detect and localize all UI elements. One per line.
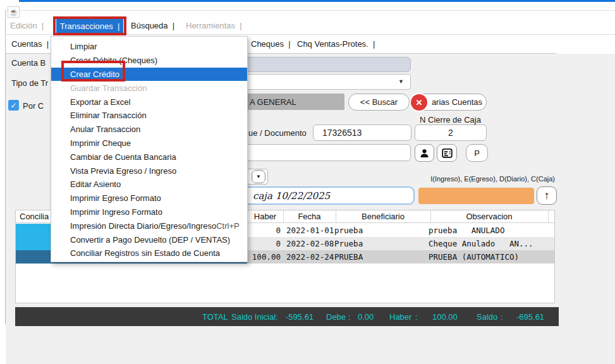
- menu-item-cambiar-cuenta[interactable]: Cambiar de Cuenta Bancaria: [51, 150, 247, 164]
- app-window: ☕ Edición | Transacciones | Búsqueda | H…: [0, 0, 615, 364]
- cheque-documento-input[interactable]: 17326513: [313, 124, 411, 141]
- chevron-down-icon-small[interactable]: ▼: [252, 170, 265, 183]
- cuenta-bancaria-label: Cuenta B: [11, 58, 46, 68]
- menu-item-imprimir-egreso[interactable]: Imprimir Egreso Formato: [51, 191, 247, 205]
- menu-item-vista-previa[interactable]: Vista Previa Egreso / Ingreso: [51, 164, 247, 178]
- shortcut-label: Ctrl+P: [216, 221, 249, 231]
- card-icon: [441, 148, 453, 159]
- tab-cheques[interactable]: Cheques |: [251, 39, 291, 49]
- chevron-down-icon[interactable]: ▼: [398, 78, 404, 85]
- up-arrow-icon: ↑: [544, 189, 550, 202]
- card-button[interactable]: [437, 144, 457, 162]
- menu-item-label: Impresión Directa Diario/Egreso/Ingreso: [70, 221, 216, 231]
- header-conciliado[interactable]: Concilia: [20, 212, 49, 221]
- haber-label: Haber: [389, 312, 411, 322]
- menubar-transacciones[interactable]: Transacciones |: [56, 19, 123, 33]
- saldo-label: Saldo: [477, 312, 497, 322]
- window-accent-line: [19, 0, 615, 2]
- cheque-documento-label: ue / Documento: [248, 128, 307, 138]
- debe-value: 0.00: [358, 312, 374, 322]
- menu-item-eliminar-transaccion[interactable]: Eliminar Transacción: [51, 109, 247, 123]
- close-x-icon[interactable]: ✕: [411, 94, 427, 111]
- colon: :: [348, 312, 351, 322]
- n-cierre-caja-input[interactable]: 2: [415, 124, 487, 141]
- menu-item-conciliar-registros[interactable]: Conciliar Registros sin Estado de Cuenta: [51, 246, 247, 260]
- menu-item-imprimir-ingreso[interactable]: Imprimir Ingreso Formato: [51, 205, 247, 219]
- header-fecha[interactable]: Fecha: [283, 212, 336, 221]
- totals-bar: TOTAL Saldo Inicial: -595.61 Debe : 0.00…: [15, 307, 559, 326]
- tipo-transaccion-hint: I(Ingreso), E(Egreso), D(Diario), C(Caja…: [405, 175, 555, 183]
- window-top-border: [5, 10, 615, 11]
- monto-highlight-field[interactable]: [418, 188, 534, 204]
- up-arrow-button[interactable]: ↑: [537, 186, 557, 205]
- header-beneficiario[interactable]: Beneficiario: [336, 212, 430, 221]
- menu-item-impresion-directa[interactable]: Impresión Directa Diario/Egreso/Ingreso …: [51, 219, 247, 233]
- menu-item-crear-credito[interactable]: Crear Crédito: [51, 68, 247, 82]
- colon: :: [501, 312, 503, 322]
- menubar-edicion[interactable]: Edición |: [10, 21, 44, 30]
- menu-item-convertir-pago-devuelto[interactable]: Convertir a Pago Devuelto (DEP / VENTAS): [51, 233, 247, 246]
- caja-general-value: A GENERAL: [250, 97, 296, 107]
- saldo-value: -695.61: [516, 312, 544, 322]
- saldo-inicial-label: Saldo Inicial:: [231, 312, 278, 322]
- por-credito-checkbox[interactable]: ✓: [8, 100, 19, 111]
- menu-item-crear-debito[interactable]: Crear Débito (Cheques): [51, 54, 247, 68]
- menu-item-exportar-excel[interactable]: Exportar a Excel: [51, 95, 247, 109]
- debe-label: Debe: [326, 312, 346, 322]
- menu-item-guardar-transaccion: Guardar Transacción: [51, 81, 247, 95]
- tab-chq-ventas-protes[interactable]: Chq Ventas-Protes. |: [297, 39, 375, 49]
- menubar-busqueda[interactable]: Búsqueda |: [131, 21, 174, 30]
- tab-cuentas[interactable]: Cuentas |: [11, 39, 49, 49]
- menu-item-editar-asiento[interactable]: Editar Asiento: [51, 178, 247, 191]
- p-button[interactable]: P: [466, 144, 488, 162]
- menu-item-imprimir-cheque[interactable]: Imprimir Cheque: [51, 136, 247, 150]
- header-observacion[interactable]: Observacion: [430, 212, 548, 221]
- person-button[interactable]: [415, 144, 434, 162]
- menu-item-limpiar[interactable]: Limpiar: [51, 40, 247, 54]
- checkmark-icon: ✓: [10, 101, 16, 110]
- buscar-button[interactable]: << Buscar: [348, 94, 410, 111]
- total-label: TOTAL: [202, 312, 228, 322]
- haber-value: 100.00: [432, 312, 458, 322]
- colon: :: [415, 312, 418, 322]
- transacciones-dropdown-menu: Limpiar Crear Débito (Cheques) Crear Cré…: [51, 36, 248, 262]
- header-haber[interactable]: Haber: [247, 212, 283, 221]
- person-icon: [419, 148, 430, 159]
- saldo-inicial-value: -595.61: [286, 312, 314, 322]
- menu-item-anular-transaccion[interactable]: Anular Transaccion: [51, 123, 247, 136]
- java-app-icon: ☕: [8, 6, 20, 18]
- menubar-herramientas[interactable]: Herramientas |: [186, 21, 242, 30]
- por-credito-label: Por C: [23, 101, 44, 111]
- n-cierre-caja-label: N Cierre de Caja: [414, 115, 487, 124]
- tipo-transaccion-label: Tipo de Tr: [11, 78, 48, 88]
